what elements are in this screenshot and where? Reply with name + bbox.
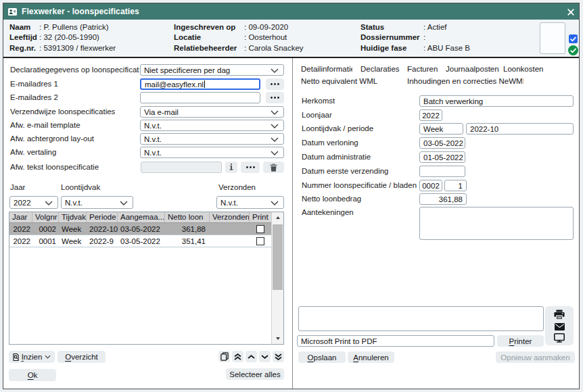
loontijdvak-input[interactable]: Week — [419, 123, 463, 134]
loonjaar-label: Loonjaar — [302, 109, 332, 121]
herkomst-input[interactable]: Batch verwerking — [419, 95, 574, 107]
nummer-loonspecificatie-input[interactable]: 0002 — [419, 180, 442, 191]
row2-aangemaakt: 03-05-2022 — [118, 237, 165, 245]
row1-volgnr: 0002 — [32, 225, 59, 233]
move-down-button[interactable] — [259, 351, 271, 362]
aantekeningen-textarea[interactable] — [419, 207, 574, 240]
close-icon[interactable] — [567, 8, 574, 16]
netto-loonbedrag-input[interactable]: 361,88 — [419, 193, 467, 205]
aantekeningen-label: Aantekeningen — [302, 207, 354, 218]
scroll-up-icon[interactable] — [272, 212, 283, 223]
declaratiegegevens-select[interactable]: Niet specificeren per dag — [140, 64, 284, 76]
col-netto-loon[interactable]: Netto loon — [165, 212, 210, 222]
afw-vertaling-select[interactable]: N.v.t. — [140, 147, 284, 158]
tab-facturen[interactable]: Facturen — [407, 64, 438, 74]
scroll-down-icon[interactable] — [272, 333, 283, 344]
tab-netto-equivalent-wml[interactable]: Netto equivalent WML — [301, 76, 377, 86]
emailadres1-input[interactable]: mail@easyflex.nl — [140, 78, 260, 90]
afw-email-template-value: N.v.t. — [144, 122, 162, 130]
jaar-filter-label: Jaar — [10, 183, 25, 192]
selecteer-alles-button[interactable]: Selecteer alles — [226, 368, 284, 380]
annuleren-button[interactable]: Annuleren — [348, 351, 394, 363]
emailadres2-browse-button[interactable] — [266, 92, 284, 103]
move-bottom-button[interactable] — [273, 351, 284, 362]
scrollbar-thumb[interactable] — [273, 224, 283, 290]
table-row-1[interactable]: 2022 0002 Week 2022-10 03-05-2022 361,88 — [9, 223, 283, 235]
col-volgnr[interactable]: Volgnr — [32, 212, 59, 222]
annuleren-label: Annuleren — [353, 353, 388, 362]
afw-achtergrond-select[interactable]: N.v.t. — [140, 133, 284, 145]
afw-email-template-select[interactable]: N.v.t. — [140, 120, 284, 131]
afw-tekst-input — [141, 162, 222, 173]
move-top-button[interactable] — [232, 351, 243, 362]
relatiebeheerder-label: Relatiebeheerder — [174, 43, 244, 53]
bladen-input[interactable]: 1 — [444, 180, 467, 191]
opnieuw-aanmaken-button[interactable]: Opnieuw aanmaken — [496, 351, 575, 363]
col-print[interactable]: Print — [250, 212, 271, 222]
info-icon — [229, 164, 233, 171]
declaratiegegevens-label: Declaratiegegevens op loonspecificatie — [10, 64, 139, 76]
table-scrollbar[interactable] — [271, 212, 283, 344]
afw-tekst-delete-button[interactable] — [263, 162, 284, 173]
afw-tekst-browse-button[interactable] — [241, 162, 260, 173]
header-checkbox-checked[interactable] — [569, 34, 578, 43]
col-jaar[interactable]: Jaar — [9, 212, 32, 222]
leeftijd-label: Leeftijd — [9, 32, 39, 43]
header-column-1: Naam: P. Pullens (Patrick) Leeftijd: 32 … — [9, 22, 116, 53]
tab-journaalposten[interactable]: Journaalposten — [446, 64, 499, 74]
printer-button[interactable]: Printer — [497, 335, 544, 347]
move-up-button[interactable] — [246, 351, 257, 362]
print-text-box[interactable] — [298, 306, 544, 331]
verzonden-filter-select[interactable]: N.v.t. — [216, 196, 284, 209]
col-periode[interactable]: Periode — [87, 212, 118, 222]
email-icon[interactable] — [555, 323, 565, 330]
datum-verloning-input[interactable]: 03-05-2022 — [419, 137, 465, 149]
afw-tekst-info-button[interactable] — [225, 162, 237, 173]
inzien-button[interactable]: Inzien — [9, 351, 55, 363]
table-row-2[interactable]: 2022 0001 Week 2022-9 03-05-2022 351,41 — [9, 235, 283, 247]
row2-tijdvak: Week — [59, 237, 87, 245]
datum-administratie-input[interactable]: 01-05-2022 — [419, 151, 465, 163]
col-verzonden[interactable]: Verzonden — [210, 212, 250, 222]
tab-loonkosten[interactable]: Loonkosten — [503, 64, 543, 74]
datum-eerste-verzending-input[interactable] — [419, 166, 465, 177]
overzicht-button[interactable]: Overzicht — [57, 351, 106, 363]
emailadres2-input[interactable] — [140, 92, 260, 103]
verzendwijze-select[interactable]: Via e-mail — [140, 106, 284, 118]
ok-button[interactable]: Ok — [9, 369, 56, 381]
loontijdvak-filter-value: N.v.t. — [65, 199, 83, 207]
monitor-icon[interactable] — [554, 333, 565, 343]
herkomst-value: Batch verwerking — [423, 97, 483, 105]
col-aangemaakt[interactable]: Aangemaa... — [118, 212, 165, 222]
col-tijdvak[interactable]: Tijdvak — [59, 212, 87, 222]
status-ok-icon — [568, 45, 578, 55]
tab-declaraties[interactable]: Declaraties — [360, 64, 401, 74]
loonjaar-input[interactable]: 2022 — [419, 109, 442, 121]
copy-button[interactable] — [218, 351, 230, 362]
print-icon[interactable] — [554, 310, 565, 320]
periode-input[interactable]: 2022-10 — [466, 123, 574, 134]
emailadres1-label: E-mailadres 1 — [10, 78, 58, 90]
trash-icon — [270, 164, 277, 172]
tab-inhoudingen-correcties[interactable]: Inhoudingen en correcties NeWML — [407, 76, 523, 86]
text-caret — [204, 80, 205, 88]
tab-detailinformatie[interactable]: Detailinformatie — [301, 64, 352, 74]
jaar-filter-select[interactable]: 2022 — [9, 196, 58, 209]
nummer-loonspecificatie-label: Nummer loonspecificatie / bladen — [302, 180, 417, 191]
loonjaar-value: 2022 — [422, 112, 440, 120]
leeftijd-value: : 32 (20-05-1990) — [39, 33, 99, 41]
double-chevron-down-icon — [275, 353, 282, 360]
herkomst-label: Herkomst — [302, 95, 335, 107]
datum-verloning-label: Datum verloning — [302, 137, 358, 149]
verzendwijze-value: Via e-mail — [144, 108, 179, 116]
title-bar[interactable]: Flexwerker - loonspecificaties — [3, 3, 579, 20]
huidige-fase-label: Huidige fase — [360, 43, 423, 53]
loontijdvak-filter-select[interactable]: N.v.t. — [61, 196, 133, 209]
opslaan-button[interactable]: Opslaan — [298, 351, 346, 363]
row1-print-checkbox[interactable] — [256, 225, 264, 233]
row1-jaar: 2022 — [9, 225, 32, 233]
emailadres1-browse-button[interactable] — [266, 78, 284, 90]
copy-icon — [220, 352, 229, 361]
row2-print-checkbox[interactable] — [256, 237, 264, 245]
printer-name-input[interactable]: Microsoft Print to PDF — [297, 335, 494, 347]
